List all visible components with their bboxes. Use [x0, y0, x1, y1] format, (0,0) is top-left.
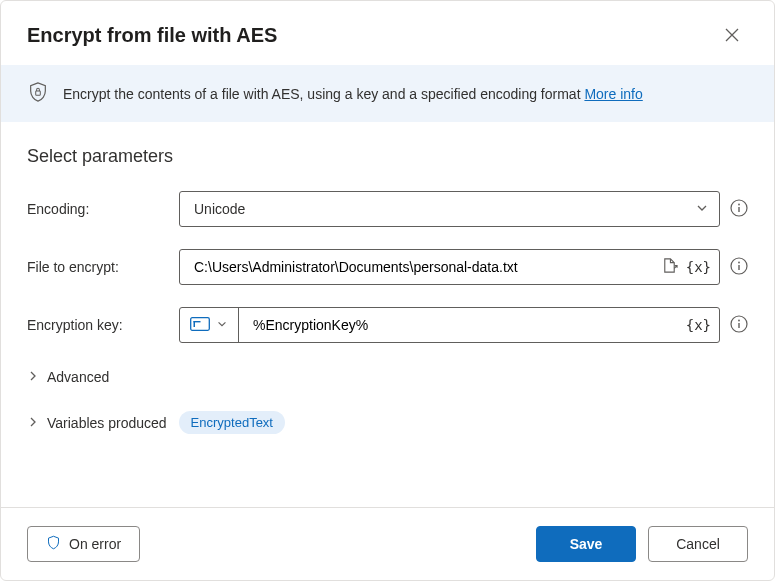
on-error-button[interactable]: On error: [27, 526, 140, 562]
cancel-label: Cancel: [676, 536, 720, 552]
variable-chip[interactable]: EncryptedText: [179, 411, 285, 434]
chevron-right-icon: [27, 415, 39, 431]
section-title: Select parameters: [27, 146, 748, 167]
chevron-right-icon: [27, 369, 39, 385]
svg-point-9: [738, 319, 740, 321]
svg-point-2: [738, 203, 740, 205]
file-row: File to encrypt: {x}: [27, 249, 748, 285]
cancel-button[interactable]: Cancel: [648, 526, 748, 562]
svg-rect-0: [36, 91, 41, 95]
dialog-content: Select parameters Encoding: Unicode File…: [1, 122, 774, 507]
dialog-title: Encrypt from file with AES: [27, 24, 277, 47]
encoding-row: Encoding: Unicode: [27, 191, 748, 227]
key-label: Encryption key:: [27, 317, 179, 333]
save-button[interactable]: Save: [536, 526, 636, 562]
info-banner-message: Encrypt the contents of a file with AES,…: [63, 86, 584, 102]
shield-icon: [46, 535, 61, 553]
key-info-icon[interactable]: [730, 315, 748, 336]
variables-produced-toggle[interactable]: Variables produced EncryptedText: [27, 407, 748, 438]
dialog-footer: On error Save Cancel: [1, 507, 774, 580]
shield-lock-icon: [27, 81, 49, 106]
info-banner: Encrypt the contents of a file with AES,…: [1, 65, 774, 122]
encoding-select[interactable]: Unicode: [179, 191, 720, 227]
more-info-link[interactable]: More info: [584, 86, 642, 102]
close-icon: [725, 28, 739, 42]
svg-rect-5: [191, 317, 210, 330]
svg-point-4: [738, 261, 740, 263]
dialog-header: Encrypt from file with AES: [1, 1, 774, 65]
svg-rect-7: [194, 321, 196, 327]
file-picker-icon[interactable]: [661, 257, 678, 277]
key-row: Encryption key: {x}: [27, 307, 748, 343]
key-combo: {x}: [179, 307, 720, 343]
variable-picker-icon[interactable]: {x}: [686, 317, 711, 333]
variable-picker-icon[interactable]: {x}: [686, 259, 711, 275]
key-input[interactable]: [253, 317, 686, 333]
save-label: Save: [570, 536, 603, 552]
dialog: Encrypt from file with AES Encrypt the c…: [0, 0, 775, 581]
encoding-label: Encoding:: [27, 201, 179, 217]
encoding-info-icon[interactable]: [730, 199, 748, 220]
file-input-box: {x}: [179, 249, 720, 285]
advanced-toggle[interactable]: Advanced: [27, 365, 748, 389]
info-banner-text: Encrypt the contents of a file with AES,…: [63, 86, 643, 102]
file-info-icon[interactable]: [730, 257, 748, 278]
close-button[interactable]: [716, 19, 748, 51]
encoding-value: Unicode: [194, 201, 245, 217]
advanced-label: Advanced: [47, 369, 109, 385]
chevron-down-icon: [216, 317, 228, 333]
file-label: File to encrypt:: [27, 259, 179, 275]
key-type-selector[interactable]: [180, 308, 239, 342]
text-type-icon: [190, 317, 210, 334]
variables-produced-label: Variables produced: [47, 415, 167, 431]
file-input[interactable]: [194, 259, 661, 275]
chevron-down-icon: [695, 201, 709, 218]
on-error-label: On error: [69, 536, 121, 552]
